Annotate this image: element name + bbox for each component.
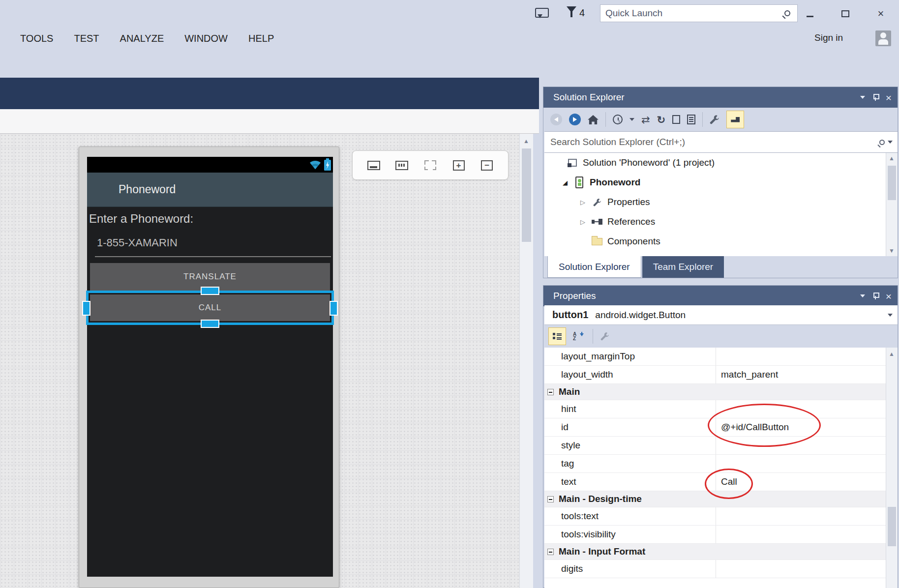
menu-item-analyze[interactable]: ANALYZE: [120, 33, 164, 44]
collapse-category-icon[interactable]: [547, 496, 554, 502]
window-menu-caret-icon[interactable]: [860, 294, 865, 297]
pin-icon[interactable]: [873, 293, 878, 299]
search-options-caret-icon[interactable]: [888, 141, 893, 144]
alphabetical-button[interactable]: AZ: [569, 327, 587, 345]
menu-item-tools[interactable]: TOOLS: [20, 33, 53, 44]
scrollbar-thumb[interactable]: [522, 148, 531, 242]
property-category-main[interactable]: Main: [544, 384, 886, 400]
tree-item-phoneword[interactable]: ◢Phoneword: [544, 173, 898, 192]
window-menu-caret-icon[interactable]: [860, 96, 865, 99]
scroll-up-icon[interactable]: ▲: [889, 351, 895, 357]
account-avatar[interactable]: [875, 30, 891, 46]
collapse-all-icon[interactable]: [672, 115, 680, 124]
menu-item-window[interactable]: WINDOW: [184, 33, 228, 44]
scrollbar-thumb[interactable]: [888, 507, 896, 546]
solution-explorer-header[interactable]: Solution Explorer ×: [543, 87, 898, 108]
close-button[interactable]: ×: [872, 7, 889, 21]
property-value[interactable]: match_parent: [716, 366, 886, 383]
quick-launch-input[interactable]: [600, 8, 784, 19]
fit-to-window-button[interactable]: [420, 155, 440, 175]
pin-icon[interactable]: [873, 94, 878, 101]
notification-count[interactable]: 4: [579, 7, 585, 19]
property-value[interactable]: @+id/CallButton: [716, 418, 886, 436]
designer-canvas[interactable]: + − Phoneword Enter a Phoneword: 1: [0, 134, 519, 588]
property-row-tools-visibility[interactable]: tools:visibility: [544, 526, 886, 544]
refresh-icon[interactable]: ↻: [657, 115, 666, 125]
collapse-category-icon[interactable]: [547, 549, 554, 555]
selection-handle-left[interactable]: [82, 301, 90, 316]
properties-window-button-selected[interactable]: [726, 111, 744, 128]
filter-caret-icon[interactable]: [629, 118, 634, 121]
property-row-digits[interactable]: digits: [544, 560, 886, 578]
grid-scrollbar[interactable]: ▲: [886, 348, 898, 588]
home-icon[interactable]: [588, 115, 599, 124]
notifications-icon[interactable]: [567, 6, 576, 17]
selection-handle-top[interactable]: [201, 287, 219, 295]
property-value[interactable]: [716, 560, 886, 578]
feedback-icon[interactable]: [535, 8, 549, 18]
show-all-files-icon[interactable]: [687, 115, 695, 124]
sync-with-active-document-icon[interactable]: ⇄: [641, 115, 650, 125]
tab-team-explorer[interactable]: Team Explorer: [642, 256, 724, 278]
close-icon[interactable]: ×: [886, 291, 892, 301]
tree-scrollbar[interactable]: ▲ ▼: [886, 153, 898, 256]
properties-header[interactable]: Properties ×: [543, 286, 898, 306]
scroll-down-icon[interactable]: ▼: [889, 247, 895, 254]
search-icon[interactable]: [879, 140, 885, 145]
maximize-button[interactable]: [837, 7, 854, 21]
property-value[interactable]: [716, 437, 886, 454]
solution-search-input[interactable]: [544, 137, 879, 147]
property-row-style[interactable]: style: [544, 437, 886, 455]
scroll-up-icon[interactable]: ▲: [523, 138, 529, 145]
expander-collapsed-icon[interactable]: ▷: [577, 199, 589, 206]
menu-item-test[interactable]: TEST: [74, 33, 99, 44]
selection-handle-bottom[interactable]: [201, 320, 219, 328]
property-category-main-input-format[interactable]: Main - Input Format: [544, 544, 886, 560]
pending-changes-filter-icon[interactable]: [613, 115, 623, 124]
phoneword-edittext[interactable]: 1-855-XAMARIN: [97, 236, 178, 249]
property-row-layout-width[interactable]: layout_widthmatch_parent: [544, 366, 886, 384]
property-pages-button[interactable]: [596, 327, 614, 345]
canvas-vertical-scrollbar[interactable]: ▲: [519, 134, 533, 588]
tree-item-properties[interactable]: ▷Properties: [544, 192, 898, 212]
phoneword-label[interactable]: Enter a Phoneword:: [89, 212, 193, 226]
forward-button[interactable]: [569, 114, 581, 125]
menu-item-help[interactable]: HELP: [248, 33, 274, 44]
phone-screen[interactable]: Phoneword Enter a Phoneword: 1-855-XAMAR…: [87, 157, 333, 577]
back-button[interactable]: [550, 114, 562, 125]
selected-object-row[interactable]: button1 android.widget.Button: [544, 305, 898, 325]
property-value[interactable]: [716, 455, 886, 472]
property-category-main-design-time[interactable]: Main - Design-time: [544, 491, 886, 507]
actual-size-button[interactable]: [392, 155, 412, 175]
property-row-layout-margintop[interactable]: layout_marginTop: [544, 348, 886, 366]
sign-in-button[interactable]: Sign in: [814, 32, 843, 43]
expander-collapsed-icon[interactable]: ▷: [577, 218, 589, 226]
property-row-id[interactable]: id@+id/CallButton: [544, 418, 886, 437]
close-icon[interactable]: ×: [886, 92, 892, 103]
tab-solution-explorer[interactable]: Solution Explorer: [547, 256, 641, 278]
scroll-up-icon[interactable]: ▲: [889, 155, 895, 162]
collapse-category-icon[interactable]: [547, 389, 554, 395]
categorized-button-selected[interactable]: [548, 327, 566, 345]
tree-item-components[interactable]: Components: [544, 232, 898, 251]
expander-expanded-icon[interactable]: ◢: [559, 179, 571, 186]
property-row-hint[interactable]: hint: [544, 400, 886, 418]
zoom-out-button[interactable]: −: [477, 155, 497, 175]
property-row-tag[interactable]: tag: [544, 455, 886, 473]
selection-handle-right[interactable]: [330, 301, 338, 316]
object-selector-caret-icon[interactable]: [888, 314, 893, 317]
screen-fit-button[interactable]: [364, 155, 384, 175]
tree-item-references[interactable]: ▷References: [544, 212, 898, 232]
tree-item-solution-phoneword-1-project[interactable]: Solution 'Phoneword' (1 project): [544, 153, 898, 173]
property-value[interactable]: [716, 507, 886, 525]
property-row-text[interactable]: textCall: [544, 473, 886, 491]
property-value[interactable]: [716, 348, 886, 365]
zoom-in-button[interactable]: +: [449, 155, 469, 175]
property-value[interactable]: [716, 526, 886, 543]
property-value[interactable]: [716, 400, 886, 418]
property-row-tools-text[interactable]: tools:text: [544, 507, 886, 526]
scrollbar-thumb[interactable]: [888, 166, 896, 200]
minimize-button[interactable]: [802, 7, 818, 21]
wrench-icon[interactable]: [710, 115, 719, 124]
property-value[interactable]: Call: [716, 473, 886, 491]
